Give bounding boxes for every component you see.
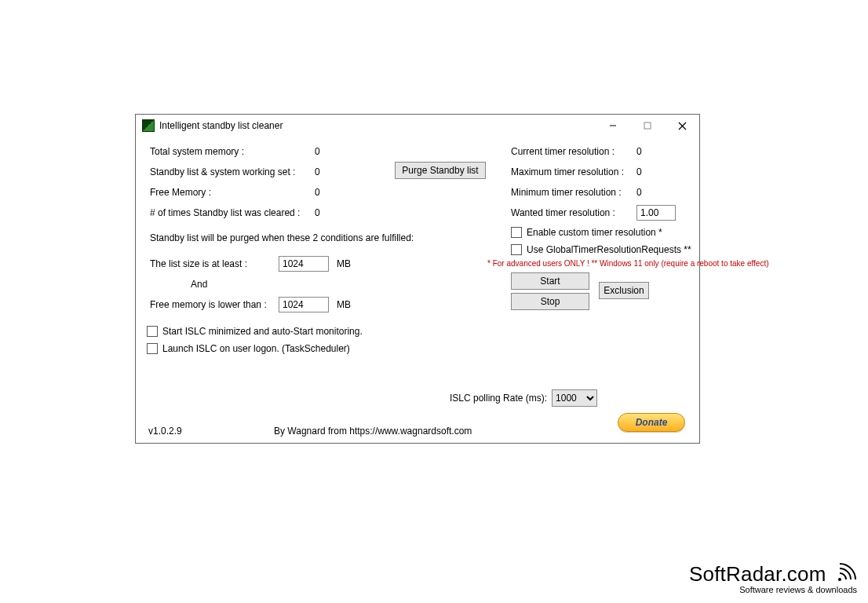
free-memory-value: 0 xyxy=(315,187,338,198)
use-global-checkbox[interactable] xyxy=(511,244,522,255)
maximize-button[interactable] xyxy=(630,115,665,137)
timer-warning: * For advanced users ONLY ! ** Windows 1… xyxy=(487,259,691,268)
free-memory-label: Free Memory : xyxy=(150,187,315,198)
min-timer-label: Minimum timer resolution : xyxy=(511,187,636,198)
minimize-button[interactable] xyxy=(596,115,630,137)
current-timer-label: Current timer resolution : xyxy=(511,146,636,157)
version-text: v1.0.2.9 xyxy=(148,426,274,437)
free-mem-unit: MB xyxy=(337,299,351,310)
free-mem-label: Free memory is lower than : xyxy=(150,299,279,310)
exclusion-button[interactable]: Exclusion xyxy=(599,282,649,299)
start-minimized-label: Start ISLC minimized and auto-Start moni… xyxy=(162,326,363,337)
wanted-timer-input[interactable] xyxy=(636,205,676,221)
window-controls xyxy=(596,115,699,137)
enable-custom-timer-label: Enable custom timer resolution * xyxy=(527,227,662,238)
watermark-sub: Software reviews & downloads xyxy=(689,586,857,595)
cleared-count-value: 0 xyxy=(315,207,338,218)
close-button[interactable] xyxy=(665,115,699,137)
left-column: Total system memory : 0 Standby list & s… xyxy=(150,141,472,356)
list-size-label: The list size is at least : xyxy=(150,258,279,269)
and-text: And xyxy=(191,276,472,292)
wanted-timer-label: Wanted timer resolution : xyxy=(511,207,636,218)
launch-on-logon-checkbox[interactable] xyxy=(147,343,158,354)
polling-row: ISLC polling Rate (ms): 1000 xyxy=(450,389,597,407)
footer: v1.0.2.9 By Wagnard from https://www.wag… xyxy=(148,426,690,437)
free-mem-input[interactable] xyxy=(279,297,329,312)
conditions-intro: Standby list will be purged when these 2… xyxy=(150,232,472,243)
content-area: Purge Standby list Total system memory :… xyxy=(136,137,699,443)
polling-select[interactable]: 1000 xyxy=(552,389,597,407)
start-button[interactable]: Start xyxy=(511,272,589,290)
polling-label: ISLC polling Rate (ms): xyxy=(450,393,547,404)
list-size-input[interactable] xyxy=(279,256,329,272)
total-memory-label: Total system memory : xyxy=(150,146,315,157)
max-timer-value: 0 xyxy=(636,166,642,177)
app-window: Intelligent standby list cleaner Purge S… xyxy=(135,114,700,444)
svg-point-4 xyxy=(838,578,841,581)
stop-button[interactable]: Stop xyxy=(511,293,589,310)
standby-set-value: 0 xyxy=(315,166,338,177)
titlebar: Intelligent standby list cleaner xyxy=(136,115,699,137)
max-timer-label: Maximum timer resolution : xyxy=(511,166,636,177)
standby-set-label: Standby list & system working set : xyxy=(150,166,315,177)
use-global-label: Use GlobalTimerResolutionRequests ** xyxy=(527,244,691,255)
svg-rect-1 xyxy=(644,122,651,129)
donate-button[interactable]: Donate xyxy=(618,413,685,432)
watermark: SoftRadar.com Software reviews & downloa… xyxy=(689,562,857,595)
total-memory-value: 0 xyxy=(315,146,338,157)
cleared-count-label: # of times Standby list was cleared : xyxy=(150,207,315,218)
start-minimized-checkbox[interactable] xyxy=(147,326,158,337)
current-timer-value: 0 xyxy=(636,146,642,157)
enable-custom-timer-checkbox[interactable] xyxy=(511,227,522,238)
list-size-unit: MB xyxy=(337,258,351,269)
radar-icon xyxy=(833,562,857,586)
window-title: Intelligent standby list cleaner xyxy=(159,120,283,131)
min-timer-value: 0 xyxy=(636,187,642,198)
watermark-brand: SoftRadar.com xyxy=(689,562,826,586)
app-icon xyxy=(142,119,155,132)
right-column: Current timer resolution : 0 Maximum tim… xyxy=(511,141,691,310)
launch-on-logon-label: Launch ISLC on user logon. (TaskSchedule… xyxy=(162,343,350,354)
